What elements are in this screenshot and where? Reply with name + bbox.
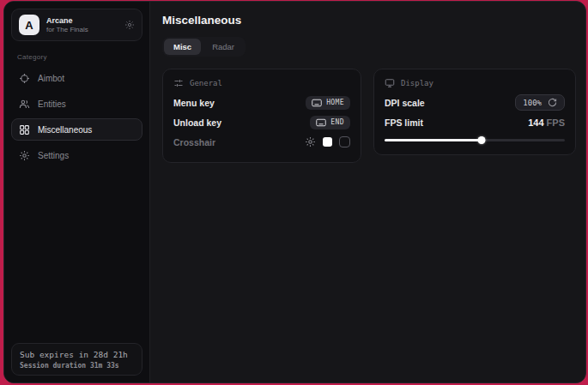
dpi-scale-row: DPI scale 100% xyxy=(385,93,565,112)
sliders-icon xyxy=(173,78,184,88)
menu-key-row: Menu key HOME xyxy=(173,93,350,112)
sidebar-item-miscellaneous[interactable]: Miscellaneous xyxy=(11,118,142,141)
sub-expires-text: Sub expires in 28d 21h xyxy=(20,350,134,359)
sidebar-item-aimbot[interactable]: Aimbot xyxy=(11,67,142,89)
crosshair-controls xyxy=(305,136,350,147)
cards-row: General Menu key HOME xyxy=(162,69,576,163)
app-window: A Arcane for The Finals Category xyxy=(3,1,586,383)
sidebar-item-entities[interactable]: Entities xyxy=(11,93,142,115)
general-card: General Menu key HOME xyxy=(162,69,361,163)
crosshair-row: Crosshair xyxy=(173,132,350,152)
sidebar-item-label: Entities xyxy=(38,99,66,109)
display-card: Display DPI scale 100% xyxy=(373,69,576,155)
session-duration-text: Session duration 31m 33s xyxy=(20,362,134,370)
crosshair-icon xyxy=(19,73,30,84)
unload-key-row: Unload key END xyxy=(173,112,350,132)
dpi-scale-control[interactable]: 100% xyxy=(515,94,565,111)
category-label: Category xyxy=(17,53,142,61)
general-card-header: General xyxy=(173,78,350,88)
tab-radar[interactable]: Radar xyxy=(203,39,244,55)
unload-key-value: END xyxy=(330,118,344,126)
unload-key-bind-button[interactable]: END xyxy=(310,116,350,129)
page-title: Miscellaneous xyxy=(162,14,576,27)
fps-limit-slider[interactable] xyxy=(385,136,565,144)
fps-limit-value: 144 FPS xyxy=(528,117,565,128)
sidebar-item-label: Miscellaneous xyxy=(38,125,92,135)
sidebar-item-label: Aimbot xyxy=(38,74,64,83)
gear-icon xyxy=(19,150,30,161)
unload-key-label: Unload key xyxy=(173,117,221,128)
app-name: Arcane xyxy=(46,16,88,25)
sidebar: A Arcane for The Finals Category xyxy=(4,2,150,382)
fps-unit: FPS xyxy=(547,117,565,128)
fps-slider-fill xyxy=(385,139,482,141)
fps-limit-label: FPS limit xyxy=(385,117,423,128)
display-card-title: Display xyxy=(401,79,433,87)
app-subtitle: for The Finals xyxy=(46,26,88,33)
crosshair-checkbox[interactable] xyxy=(339,136,350,147)
sidebar-nav: Aimbot Entities xyxy=(11,67,142,166)
user-meta: Arcane for The Finals xyxy=(46,16,88,33)
main-content: Miscellaneous Misc Radar General xyxy=(150,2,586,382)
display-card-header: Display xyxy=(385,78,565,88)
crosshair-color-swatch[interactable] xyxy=(323,137,332,147)
sidebar-item-label: Settings xyxy=(38,151,69,160)
keyboard-icon xyxy=(312,99,322,107)
fps-slider-thumb[interactable] xyxy=(478,136,486,144)
menu-key-value: HOME xyxy=(326,99,344,106)
crosshair-label: Crosshair xyxy=(173,137,215,147)
avatar: A xyxy=(19,15,39,35)
reset-rotate-icon[interactable] xyxy=(548,98,557,107)
sidebar-item-settings[interactable]: Settings xyxy=(11,144,142,166)
dpi-scale-value: 100% xyxy=(523,99,542,107)
fps-limit-row: FPS limit 144 FPS xyxy=(385,112,565,132)
tab-bar: Misc Radar xyxy=(162,37,246,57)
general-card-title: General xyxy=(190,79,222,87)
dpi-scale-label: DPI scale xyxy=(385,98,425,108)
users-icon xyxy=(19,99,30,110)
gear-icon[interactable] xyxy=(305,136,316,147)
gear-icon[interactable] xyxy=(124,20,135,30)
menu-key-label: Menu key xyxy=(173,98,215,108)
monitor-icon xyxy=(385,78,395,88)
tab-misc[interactable]: Misc xyxy=(164,39,201,55)
grid-icon xyxy=(19,124,30,135)
menu-key-bind-button[interactable]: HOME xyxy=(306,96,350,110)
keyboard-icon xyxy=(316,118,326,127)
user-card[interactable]: A Arcane for The Finals xyxy=(11,9,142,41)
subscription-info-card: Sub expires in 28d 21h Session duration … xyxy=(11,343,142,376)
